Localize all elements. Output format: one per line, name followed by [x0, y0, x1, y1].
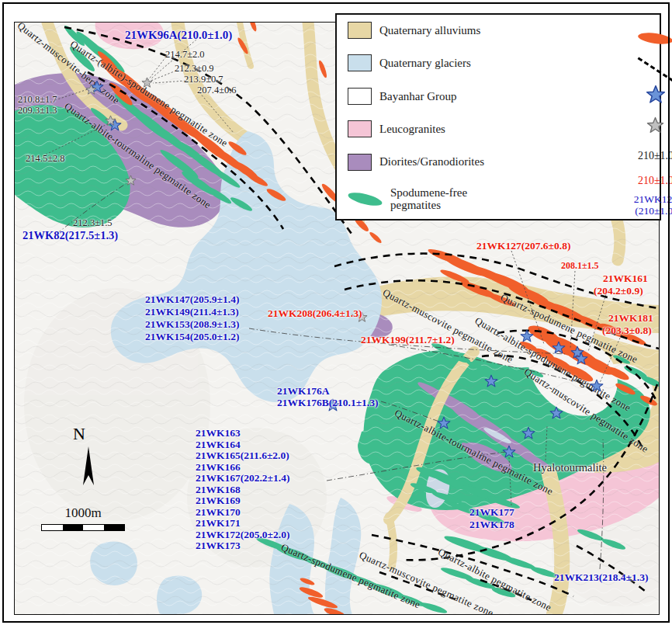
reference-sampling-star	[85, 84, 97, 95]
map-label: 21WK176A	[277, 386, 330, 397]
legend-item-bayanhar-group: Bayanhar Group	[348, 88, 484, 105]
ages-of-deposits-key: 210±1.0	[638, 175, 672, 187]
map-label: 21WK167(202.2±1.4)	[196, 473, 289, 484]
bayanhar-group-swatch	[348, 88, 372, 105]
map-label: 207.4±0.6	[197, 85, 237, 95]
map-label: 210.8±1.7	[18, 95, 57, 105]
scale-label: 1000m	[41, 505, 125, 521]
legend-item-samples-ages: 21WK127(210±1.0)Samples ages (Ma)	[484, 193, 672, 218]
map-label: 212.3±1.5	[73, 218, 113, 228]
map-label: 213.9±0.7	[184, 75, 223, 85]
map-label: 21WK161	[603, 273, 648, 284]
legend-right-column: Spodumene-rich pegmatitesPegmatite belt …	[484, 15, 672, 219]
legend-label: Quaternary alluviums	[379, 24, 480, 37]
reference-sampling-star	[141, 77, 153, 89]
map-label: (204.2±0.9)	[594, 286, 643, 297]
sampling-location-star	[521, 426, 535, 440]
map-label: 21WK164	[196, 439, 241, 450]
sampling-location-star	[549, 406, 563, 420]
sampling-location-star	[520, 329, 534, 343]
map-label: 21WK166	[196, 462, 241, 473]
map-label: 214.5±2.8	[26, 154, 65, 164]
quaternary-glaciers-swatch	[348, 54, 372, 71]
map-label: 21WK172(205.0±2.0)	[196, 530, 289, 540]
map-label: 21WK147(205.9±1.4)	[145, 294, 239, 305]
map-label: 21WK82(217.5±1.3)	[23, 230, 118, 241]
legend-item-ages-in-references: 210±1.0Ages in references(Ma)	[484, 144, 672, 168]
map-label: 21WK96A(210.0±1.0)	[125, 30, 232, 42]
map-label: 21WK213(218.4±1.3)	[554, 572, 648, 583]
spodumene-rich-pegmatites-swatch	[638, 31, 672, 46]
legend-item-spodumene-rich-pegmatites: Spodumene-rich pegmatites	[484, 20, 672, 57]
map-label: 21WK154(205.0±1.2)	[145, 332, 239, 342]
map-label: 21WK176B(210.1±1.3)	[277, 398, 378, 408]
map-label: 212.3±0.9	[175, 64, 214, 74]
legend-label: Quaternary glaciers	[379, 57, 471, 70]
blue-star-icon	[646, 85, 666, 105]
map-label: (203.3±0.8)	[602, 325, 652, 336]
north-label: N	[73, 424, 85, 444]
legend-label: Diorites/Granodiorites	[379, 155, 484, 168]
diorites-granodiorites-swatch	[348, 154, 372, 171]
sampling-location-star	[437, 416, 451, 430]
map-label: 21WK177	[469, 507, 514, 518]
sampling-location-star	[502, 445, 516, 459]
leucogranites-swatch	[348, 120, 372, 137]
legend-item-spodumene-free-pegmatites: Spodumene-free pegmatites	[348, 186, 484, 212]
legend-left-column: Quaternary alluviumsQuaternary glaciersB…	[337, 15, 484, 219]
map-label: 21WK173	[196, 540, 241, 551]
map-label: 21WK171	[196, 518, 241, 529]
legend-label: Bayanhar Group	[379, 90, 457, 103]
scale-bar-segments	[41, 524, 125, 531]
map-label: 208.1±1.5	[561, 261, 599, 270]
legend-item-quaternary-glaciers: Quaternary glaciers	[348, 54, 484, 71]
ages-in-references-key: 210±1.0	[638, 150, 672, 162]
legend-item-quaternary-alluviums: Quaternary alluviums	[348, 22, 484, 39]
scale-bar: 1000m	[41, 505, 125, 531]
map-label: 21WK165(211.6±2.0)	[196, 450, 289, 461]
legend-item-sampling-location: Sampling location	[484, 82, 672, 107]
map-label: 21WK181	[608, 313, 653, 324]
map-label: Hyalotourmalite	[533, 462, 607, 474]
dashed-line-icon	[638, 57, 672, 82]
legend-item-ages-of-deposits: 210±1.0Ages of deposits (Ma)	[484, 168, 672, 193]
spodumene-free-pegmatites-swatch	[347, 190, 383, 209]
map-label: 21WK127(207.6±0.8)	[476, 241, 570, 252]
legend-panel: Quaternary alluviumsQuaternary glaciersB…	[335, 13, 661, 220]
map-label: 21WK163	[196, 428, 241, 439]
legend-label: Spodumene-free pegmatites	[390, 186, 484, 212]
legend-item-sampling-location-references: Sampling location in references	[484, 107, 672, 144]
reference-sampling-star	[125, 175, 137, 186]
map-label: 21WK178	[469, 519, 514, 530]
map-label: 21WK170	[196, 507, 241, 518]
map-label: 209.3±1.3	[18, 106, 57, 116]
sampling-location-star	[574, 352, 588, 366]
gray-star-icon	[646, 116, 664, 134]
map-label: 21WK199(211.7±1.2)	[361, 335, 455, 345]
sampling-location-star	[552, 341, 566, 355]
legend-item-leucogranites: Leucogranites	[348, 120, 484, 137]
map-label: 21WK149(211.4±1.3)	[145, 307, 239, 318]
sampling-location-star	[590, 379, 604, 393]
samples-ages-key: 21WK127(210±1.0)	[634, 194, 672, 217]
sampling-location-star	[484, 374, 498, 388]
map-label: 214.7±2.0	[165, 50, 205, 60]
legend-item-diorites-granodiorites: Diorites/Granodiorites	[348, 154, 484, 171]
legend-item-pegmatite-belt-boundary: Pegmatite belt boundary	[484, 57, 672, 82]
quaternary-alluviums-swatch	[348, 22, 372, 39]
map-label: 21WK153(208.9±1.3)	[145, 319, 239, 330]
map-label: 21WK168	[196, 484, 241, 495]
map-label: 21WK208(206.4±1.3)	[268, 308, 362, 319]
legend-label: Leucogranites	[379, 123, 445, 136]
reference-sampling-star	[105, 115, 116, 127]
map-label: 21WK169	[196, 495, 241, 506]
